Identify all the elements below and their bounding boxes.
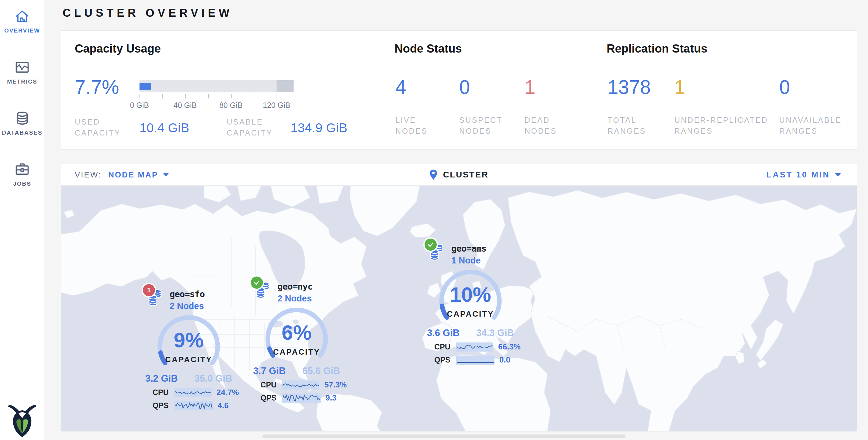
tick-label: 80 GiB <box>219 101 242 110</box>
map-toolbar: VIEW: NODE MAP CLUSTER LAST 10 MIN <box>61 164 857 186</box>
unavailable-ranges-stat: 0 UNAVAILABLE RANGES <box>779 76 842 136</box>
capacity-bar-ticks <box>140 94 293 99</box>
capacity-gauge: 9% CAPACITY <box>138 315 239 372</box>
capacity-gauge: 6% CAPACITY <box>246 308 347 364</box>
home-icon <box>14 8 30 24</box>
under-replicated-ranges-stat: 1 UNDER-REPLICATED RANGES <box>674 76 768 136</box>
cpu-sparkline <box>282 380 320 389</box>
usable-capacity-label: USABLE CAPACITY <box>227 116 273 138</box>
healthy-badge <box>425 239 437 251</box>
used-capacity: 3.7 GiB <box>253 366 286 376</box>
time-range-dropdown[interactable]: LAST 10 MIN <box>767 170 841 180</box>
cpu-label: CPU <box>153 388 172 397</box>
location-pin-icon <box>429 169 438 180</box>
usable-capacity-value: 134.9 GiB <box>290 121 347 135</box>
gauge-capacity-label: CAPACITY <box>420 309 521 319</box>
usable-capacity: 35.0 GiB <box>194 373 232 384</box>
sidebar-item-overview[interactable]: OVERVIEW <box>0 8 44 34</box>
cpu-sparkline <box>174 388 212 397</box>
locality-node-count: 2 Nodes <box>277 293 312 304</box>
view-label: VIEW: <box>75 170 101 180</box>
healthy-badge <box>251 277 263 289</box>
total-ranges-stat: 1378 TOTAL RANGES <box>608 76 651 136</box>
capacity-percent-value: 7.7% <box>75 76 119 98</box>
databases-icon <box>14 111 30 126</box>
capacity-bar-tick-labels: 0 GiB 40 GiB 80 GiB 120 GiB <box>140 101 293 110</box>
chevron-down-icon <box>835 173 841 177</box>
sidebar-item-label: METRICS <box>7 78 37 85</box>
qps-label: QPS <box>434 355 454 364</box>
tick-label: 0 GiB <box>130 101 149 110</box>
qps-value: 4.6 <box>218 401 228 410</box>
sidebar-item-metrics[interactable]: METRICS <box>0 60 44 85</box>
capacity-usage-title: Capacity Usage <box>75 42 161 55</box>
view-dropdown[interactable]: NODE MAP <box>108 170 169 180</box>
cluster-summary-card: Capacity Usage Node Status Replication S… <box>61 30 857 150</box>
usable-capacity: 65.6 GiB <box>302 366 340 376</box>
sidebar-item-label: OVERVIEW <box>4 27 40 34</box>
dead-node-count-badge: 1 <box>143 284 155 296</box>
locality-geo-sfo[interactable]: 1 geo=sfo <box>138 289 239 410</box>
tick-label: 120 GiB <box>263 101 290 110</box>
locality-name: geo=nyc <box>277 281 312 292</box>
sidebar-item-label: DATABASES <box>2 129 42 136</box>
check-icon <box>427 241 434 248</box>
replication-status-title: Replication Status <box>607 42 708 55</box>
gauge-percent: 6% <box>246 321 347 344</box>
jobs-icon <box>14 162 30 178</box>
used-capacity-label: USED CAPACITY <box>75 116 121 138</box>
used-capacity: 3.2 GiB <box>145 373 178 384</box>
breadcrumb[interactable]: CLUSTER <box>429 169 489 180</box>
qps-sparkline <box>282 394 321 403</box>
qps-sparkline <box>456 355 494 365</box>
locality-geo-nyc[interactable]: geo=nyc 2 Nodes 6% CAPACITY 3.7 GiB 65.6… <box>246 281 347 403</box>
chevron-down-icon <box>163 173 169 177</box>
qps-label: QPS <box>260 394 280 402</box>
sidebar-item-jobs[interactable]: JOBS <box>0 162 44 187</box>
live-nodes-stat: 4 LIVE NODES <box>395 76 428 136</box>
sidebar-item-label: JOBS <box>13 181 31 187</box>
horizontal-scrollbar[interactable] <box>262 435 625 438</box>
usable-capacity: 34.3 GiB <box>476 327 514 339</box>
gauge-capacity-label: CAPACITY <box>138 355 239 364</box>
sidebar: OVERVIEW METRICS DATABASES JOBS <box>0 0 44 440</box>
qps-sparkline <box>175 401 213 410</box>
capacity-bar: 0 GiB 40 GiB 80 GiB 120 GiB <box>140 80 293 110</box>
node-map-card: VIEW: NODE MAP CLUSTER LAST 10 MIN <box>61 164 857 432</box>
check-icon <box>253 279 260 286</box>
qps-value: 9.3 <box>326 393 336 403</box>
cpu-value: 66.3% <box>498 342 521 352</box>
cpu-sparkline <box>456 342 494 352</box>
metrics-icon <box>14 60 30 75</box>
locality-name: geo=sfo <box>169 289 205 299</box>
cluster-overview-page: OVERVIEW METRICS DATABASES JOBS <box>0 0 868 440</box>
capacity-gauge: 10% CAPACITY <box>420 270 521 326</box>
node-status-title: Node Status <box>395 42 462 55</box>
page-title: CLUSTER OVERVIEW <box>63 7 233 20</box>
locality-name: geo=ams <box>451 243 486 254</box>
locality-node-count: 1 Node <box>451 256 486 265</box>
cpu-label: CPU <box>260 380 280 389</box>
qps-value: 0.0 <box>499 355 510 365</box>
cpu-value: 24.7% <box>216 388 239 397</box>
sidebar-item-databases[interactable]: DATABASES <box>0 111 44 136</box>
locality-geo-ams[interactable]: geo=ams 1 Node 10% CAPACITY 3.6 GiB 34.3… <box>420 243 521 365</box>
node-map: 1 geo=sfo <box>61 186 857 431</box>
used-capacity-value: 10.4 GiB <box>140 121 189 135</box>
suspect-nodes-stat: 0 SUSPECT NODES <box>459 76 503 136</box>
capacity-bar-fill <box>140 83 151 90</box>
gauge-percent: 9% <box>138 328 239 352</box>
used-capacity: 3.6 GiB <box>427 327 460 339</box>
qps-label: QPS <box>153 401 172 410</box>
tick-label: 40 GiB <box>174 101 197 110</box>
locality-node-count: 2 Nodes <box>169 301 205 311</box>
gauge-percent: 10% <box>420 283 521 306</box>
breadcrumb-cluster: CLUSTER <box>443 170 489 180</box>
capacity-bar-track <box>140 80 293 92</box>
capacity-percent-stat: 7.7% <box>75 76 119 98</box>
cockroachdb-logo <box>8 402 37 438</box>
cpu-value: 57.3% <box>324 380 347 389</box>
dead-nodes-stat: 1 DEAD NODES <box>525 76 557 136</box>
cpu-label: CPU <box>434 342 454 351</box>
capacity-bar-reserved <box>277 80 293 92</box>
